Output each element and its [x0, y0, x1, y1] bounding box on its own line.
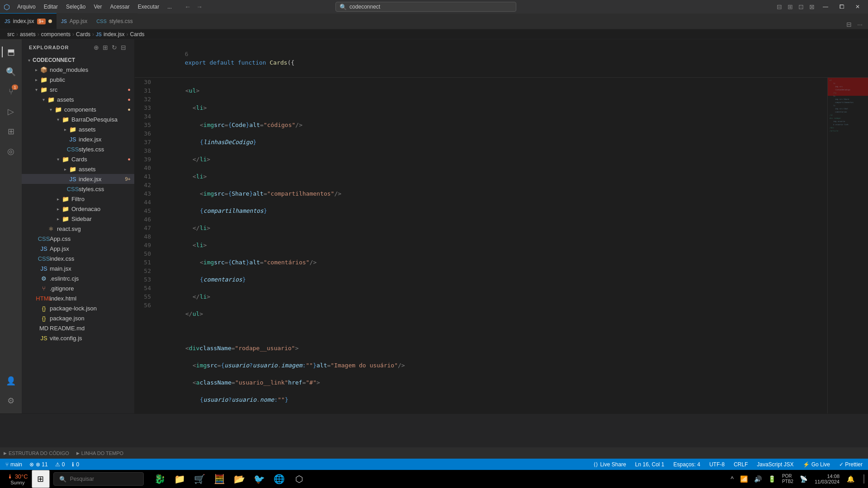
sidebar-item-barra-index[interactable]: JS index.jsx [22, 134, 134, 144]
activity-run[interactable]: ▷ [2, 103, 20, 121]
sidebar-item-react-svg[interactable]: ⚛ react.svg [22, 224, 134, 234]
lang-indicator[interactable]: POR PTB2 [779, 472, 796, 486]
sidebar-item-vite-config[interactable]: JS vite.config.js [22, 333, 134, 343]
sidebar-item-barra-styles[interactable]: CSS styles.css [22, 144, 134, 154]
split-editor-button[interactable]: ⊟ [844, 20, 854, 29]
taskbar-calc-icon[interactable]: 🧮 [211, 470, 229, 488]
taskbar-search-input[interactable] [70, 476, 129, 482]
close-button[interactable]: ✕ [851, 2, 864, 12]
refresh-button[interactable]: ↻ [111, 43, 118, 52]
maximize-button[interactable]: ⧠ [835, 2, 849, 12]
title-search-input[interactable] [349, 4, 512, 10]
breadcrumb-src[interactable]: src [7, 31, 14, 38]
sidebar-item-cards[interactable]: ▾ 📁 Cards ● [22, 154, 134, 164]
layout-btn-4[interactable]: ⊠ [807, 2, 816, 12]
taskbar-edge-icon[interactable]: 🌐 [270, 470, 288, 488]
show-desktop-icon[interactable] [858, 474, 864, 483]
status-line-ending[interactable]: CRLF [732, 461, 750, 468]
system-clock[interactable]: 14:08 11/03/2024 [811, 472, 843, 486]
menu-more[interactable]: ... [164, 2, 175, 12]
new-folder-button[interactable]: ⊞ [102, 43, 109, 52]
menu-acessar[interactable]: Acessar [106, 2, 133, 12]
status-errors[interactable]: ⊗ ⊗ 11 [28, 461, 50, 468]
forward-button[interactable]: → [194, 2, 204, 11]
go-live-button[interactable]: ⚡ Go Live [801, 461, 832, 468]
code-editor[interactable]: <ul> <li> <img src={Code} alt="códigos" … [156, 78, 827, 413]
taskbar-search-box[interactable]: 🔍 [53, 472, 144, 486]
sidebar-item-package-json[interactable]: {} package.json [22, 313, 134, 323]
activity-extensions[interactable]: ⊞ [2, 122, 20, 141]
chevron-up-icon[interactable]: ^ [728, 474, 736, 484]
status-spaces[interactable]: Espaços: 4 [672, 461, 702, 468]
activity-files[interactable]: ⬒ [2, 43, 20, 61]
tab-index-jsx[interactable]: JS index.jsx 9+ [0, 13, 57, 29]
network-icon[interactable]: 📶 [737, 474, 750, 484]
notifications-icon[interactable]: 🔔 [844, 474, 857, 484]
new-file-button[interactable]: ⊕ [93, 43, 100, 52]
activity-remote[interactable]: ◎ [2, 142, 20, 160]
menu-editar[interactable]: Editar [40, 2, 61, 12]
panel-tab-structure[interactable]: ▶ ESTRUTURA DO CÓDIGO [4, 450, 69, 456]
menu-ver[interactable]: Ver [90, 2, 105, 12]
sidebar-item-package-lock[interactable]: {} package-lock.json [22, 303, 134, 313]
battery-icon[interactable]: 🔋 [765, 474, 778, 484]
menu-arquivo[interactable]: Arquivo [14, 2, 39, 12]
taskbar-vscode-icon[interactable]: ⬡ [290, 470, 308, 488]
sidebar-item-ordenacao[interactable]: ▸ 📁 Ordenacao [22, 204, 134, 214]
activity-settings[interactable]: ⚙ [2, 392, 20, 410]
panel-tab-timeline[interactable]: ▶ LINHA DO TEMPO [76, 450, 123, 456]
taskbar-browser-icon[interactable]: 🐦 [250, 470, 269, 488]
sidebar-item-assets[interactable]: ▾ 📁 assets ● [22, 94, 134, 104]
breadcrumb-file[interactable]: index.jsx [104, 31, 125, 38]
sidebar-item-index-html[interactable]: HTML index.html [22, 293, 134, 303]
sidebar-item-main-jsx[interactable]: JS main.jsx [22, 263, 134, 273]
taskbar-explorer-icon[interactable]: 📂 [231, 470, 249, 488]
minimize-button[interactable]: — [818, 2, 833, 12]
taskbar-store-icon[interactable]: 🛒 [191, 470, 209, 488]
sidebar-item-index-css[interactable]: CSS index.css [22, 253, 134, 263]
layout-btn-2[interactable]: ⊞ [786, 2, 795, 12]
status-branch[interactable]: ⑂ main [4, 461, 24, 468]
sidebar-item-readme[interactable]: MD README.md [22, 323, 134, 333]
breadcrumb-components[interactable]: components [41, 31, 71, 38]
sidebar-item-gitignore[interactable]: ⑂ .gitignore [22, 283, 134, 293]
taskbar-widget-icon[interactable]: 🐉 [151, 470, 169, 488]
more-actions-button[interactable]: ··· [855, 20, 864, 29]
sidebar-item-cards-index[interactable]: JS index.jsx 9+ [22, 174, 134, 184]
tab-app-jsx[interactable]: JS App.jsx [57, 13, 92, 29]
start-button[interactable]: ⊞ [32, 470, 50, 488]
sidebar-item-cards-styles[interactable]: CSS styles.css [22, 184, 134, 194]
breadcrumb-function[interactable]: Cards [130, 31, 145, 38]
activity-source-control[interactable]: ⑂ 1 [2, 83, 20, 101]
wifi-icon[interactable]: 📡 [797, 474, 810, 484]
taskbar-files-icon[interactable]: 📁 [171, 470, 189, 488]
activity-accounts[interactable]: 👤 [2, 372, 20, 390]
sidebar-item-sidebar-comp[interactable]: ▸ 📁 Sidebar [22, 214, 134, 224]
live-share-button[interactable]: ⟨⟩ Live Share [592, 461, 627, 468]
status-ln-col[interactable]: Ln 16, Col 1 [633, 461, 666, 468]
sidebar-item-components[interactable]: ▾ 📁 components ● [22, 104, 134, 114]
sidebar-item-app-css[interactable]: CSS App.css [22, 234, 134, 244]
sidebar-item-cards-assets[interactable]: ▸ 📁 assets [22, 164, 134, 174]
back-button[interactable]: ← [183, 2, 193, 11]
status-language[interactable]: JavaScript JSX [755, 461, 795, 468]
menu-executar[interactable]: Executar [134, 2, 163, 12]
sidebar-item-node-modules[interactable]: ▸ 📦 node_modules [22, 65, 134, 75]
breadcrumb-cards[interactable]: Cards [76, 31, 90, 38]
prettier-button[interactable]: ✓ Prettier [837, 461, 864, 468]
layout-btn-3[interactable]: ⊡ [797, 2, 806, 12]
status-info[interactable]: ℹ 0 [70, 461, 81, 468]
sidebar-item-public[interactable]: ▸ 📁 public [22, 75, 134, 84]
sound-icon[interactable]: 🔊 [751, 474, 764, 484]
status-encoding[interactable]: UTF-8 [708, 461, 726, 468]
breadcrumb-assets[interactable]: assets [20, 31, 36, 38]
sidebar-item-src[interactable]: ▾ 📁 src ● [22, 84, 134, 94]
status-warnings[interactable]: ⚠ 0 [53, 461, 67, 468]
sidebar-item-eslint[interactable]: ⚙ .eslintrc.cjs [22, 273, 134, 283]
sidebar-item-barra[interactable]: ▾ 📁 BarraDePesquisa [22, 114, 134, 124]
sidebar-item-barra-assets[interactable]: ▸ 📁 assets [22, 124, 134, 134]
menu-selecao[interactable]: Seleção [62, 2, 89, 12]
layout-btn-1[interactable]: ⊟ [775, 2, 784, 12]
sidebar-item-filtro[interactable]: ▸ 📁 Filtro [22, 194, 134, 204]
sidebar-item-app-jsx[interactable]: JS App.jsx [22, 244, 134, 253]
